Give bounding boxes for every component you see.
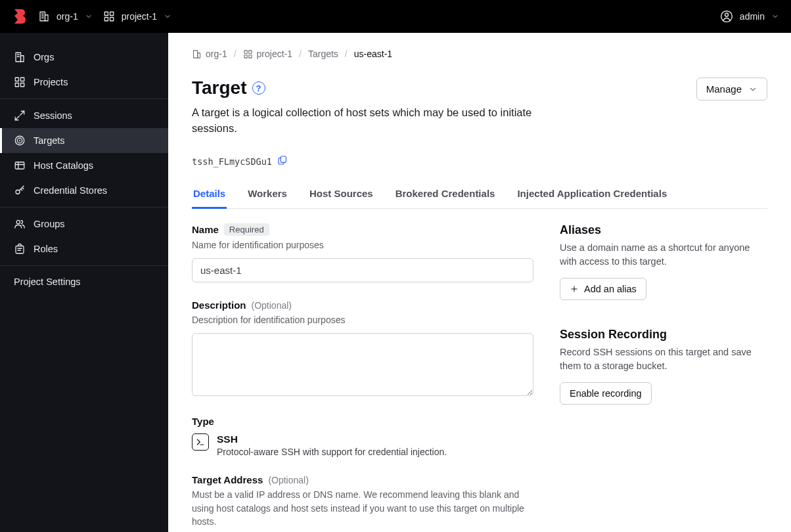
svg-point-23: [19, 140, 20, 141]
sidebar-item-targets[interactable]: Targets: [0, 128, 168, 153]
svg-rect-0: [40, 12, 45, 21]
user-menu[interactable]: admin: [720, 10, 779, 23]
svg-rect-15: [15, 78, 18, 81]
breadcrumb-org[interactable]: org-1: [192, 49, 227, 59]
chevron-down-icon: [85, 12, 93, 20]
sidebar: Orgs Projects Sessions Targets Host Cata…: [0, 33, 168, 532]
project-name: project-1: [122, 11, 157, 22]
user-name: admin: [740, 11, 765, 22]
sidebar-item-project-settings[interactable]: Project Settings: [0, 270, 168, 294]
aliases-block: Aliases Use a domain name as a shortcut …: [560, 223, 757, 300]
breadcrumb-current: us-east-1: [354, 49, 392, 59]
sidebar-item-label: Orgs: [34, 52, 54, 62]
svg-rect-33: [198, 53, 200, 58]
target-id: tssh_FLmycSDGu1: [192, 155, 767, 168]
top-bar: org-1 project-1 admin: [0, 0, 791, 33]
breadcrumb-project[interactable]: project-1: [243, 49, 292, 59]
chevron-down-icon: [748, 85, 757, 94]
svg-rect-4: [45, 15, 49, 21]
sidebar-item-label: Sessions: [34, 110, 72, 121]
svg-line-20: [15, 116, 19, 120]
sidebar-item-projects[interactable]: Projects: [0, 70, 168, 95]
tab-brokered-credentials[interactable]: Brokered Credentials: [394, 181, 497, 209]
svg-rect-5: [104, 12, 108, 15]
app-logo[interactable]: [12, 9, 28, 24]
sidebar-item-label: Targets: [34, 135, 65, 146]
main-content: org-1 / project-1 / Targets / us-east-1 …: [168, 33, 791, 532]
sidebar-item-label: Host Catalogs: [34, 160, 93, 171]
svg-rect-37: [248, 55, 251, 57]
sidebar-item-sessions[interactable]: Sessions: [0, 103, 168, 128]
tab-workers[interactable]: Workers: [246, 181, 288, 209]
tabs: Details Workers Host Sources Brokered Cr…: [192, 181, 767, 209]
tab-details[interactable]: Details: [192, 181, 227, 209]
type-field: Type SSH Protocol-aware SSH with support…: [192, 416, 533, 457]
svg-rect-11: [16, 53, 21, 62]
copy-icon[interactable]: [277, 155, 288, 168]
svg-rect-6: [110, 12, 113, 15]
org-name: org-1: [56, 11, 78, 22]
svg-rect-18: [21, 83, 24, 87]
svg-rect-17: [15, 83, 18, 87]
sidebar-item-label: Groups: [34, 219, 65, 229]
svg-rect-24: [15, 162, 24, 169]
sidebar-item-groups[interactable]: Groups: [0, 211, 168, 236]
org-switcher[interactable]: org-1: [38, 11, 93, 22]
svg-rect-32: [194, 50, 198, 57]
sidebar-item-orgs[interactable]: Orgs: [0, 45, 168, 70]
manage-button[interactable]: Manage: [696, 78, 767, 100]
svg-rect-29: [16, 246, 24, 254]
help-icon[interactable]: ?: [252, 81, 265, 95]
session-recording-block: Session Recording Record SSH sessions on…: [560, 328, 757, 405]
sidebar-item-label: Projects: [34, 77, 68, 87]
terminal-icon: [192, 433, 209, 451]
sidebar-item-label: Roles: [34, 244, 58, 254]
sidebar-item-label: Credential Stores: [34, 185, 107, 196]
project-switcher[interactable]: project-1: [103, 11, 171, 22]
required-badge: Required: [224, 223, 269, 236]
svg-rect-14: [21, 56, 24, 62]
page-title: Target ?: [192, 78, 560, 99]
name-input[interactable]: [192, 258, 533, 282]
description-input[interactable]: [192, 333, 533, 396]
svg-rect-16: [21, 78, 24, 81]
breadcrumb-section[interactable]: Targets: [308, 49, 338, 59]
tab-host-sources[interactable]: Host Sources: [308, 181, 374, 209]
add-alias-button[interactable]: Add an alias: [560, 278, 646, 300]
chevron-down-icon: [771, 12, 779, 20]
plus-icon: [570, 284, 579, 294]
svg-rect-8: [110, 18, 113, 21]
enable-recording-button[interactable]: Enable recording: [560, 382, 652, 405]
name-field: Name Required Name for identification pu…: [192, 223, 533, 282]
tab-injected-application-credentials[interactable]: Injected Application Credentials: [516, 181, 668, 209]
breadcrumb: org-1 / project-1 / Targets / us-east-1: [192, 49, 767, 59]
description-field: Description (Optional) Description for i…: [192, 299, 533, 399]
svg-rect-36: [244, 55, 246, 57]
svg-point-28: [16, 220, 20, 223]
svg-rect-34: [244, 50, 246, 53]
sidebar-item-roles[interactable]: Roles: [0, 236, 168, 261]
target-address-field: Target Address (Optional) Must be a vali…: [192, 474, 533, 532]
svg-line-19: [20, 111, 24, 115]
sidebar-item-host-catalogs[interactable]: Host Catalogs: [0, 153, 168, 178]
sidebar-item-label: Project Settings: [14, 277, 81, 287]
chevron-down-icon: [164, 12, 171, 20]
svg-rect-35: [248, 50, 251, 53]
page-description: A target is a logical collection of host…: [192, 105, 560, 137]
svg-rect-38: [281, 156, 286, 162]
sidebar-item-credential-stores[interactable]: Credential Stores: [0, 178, 168, 203]
svg-rect-7: [104, 18, 108, 21]
svg-point-10: [725, 13, 728, 16]
